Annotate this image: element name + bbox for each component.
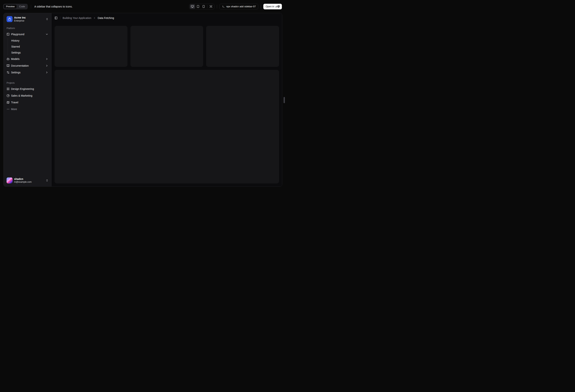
- placeholder-card: [206, 26, 279, 67]
- chevron-right-wrap: [93, 17, 96, 19]
- toolbar-separator: [217, 5, 217, 8]
- square-terminal-icon: [7, 33, 10, 36]
- menu-item-label: Playground: [11, 33, 44, 36]
- sidebar-subitem-settings[interactable]: Settings: [10, 50, 50, 55]
- tablet-icon: [197, 5, 199, 8]
- sidebar-subitem-starred[interactable]: Starred: [10, 44, 50, 49]
- viewport-size-toggle-group: [189, 4, 215, 9]
- preview-frame: Acme Inc Enterprise PlatformPlaygroundHi…: [3, 13, 282, 187]
- placeholder-card: [54, 26, 127, 67]
- chevron-right-icon: [45, 64, 48, 67]
- sidebar-item-sales-marketing[interactable]: Sales & Marketing: [5, 93, 50, 99]
- sidebar-menu: PlaygroundHistoryStarredSettingsModelsDo…: [5, 31, 50, 75]
- breadcrumb-current: Data Fetching: [98, 17, 114, 20]
- map-icon: [7, 101, 10, 104]
- user-menu-button[interactable]: shadcn m@example.com: [5, 176, 50, 185]
- install-command-text: npx shadcn add sidebar-07: [226, 5, 256, 8]
- team-name: Acme Inc: [14, 16, 44, 20]
- menu-item-icon-wrap: [7, 71, 10, 74]
- chevron-right-icon: [45, 71, 48, 74]
- gallery-vertical-end-icon: [8, 18, 11, 21]
- breadcrumb-parent[interactable]: Building Your Application: [63, 17, 91, 20]
- book-open-icon: [7, 64, 10, 67]
- menu-item-label: Documentation: [11, 64, 44, 67]
- sidebar-item-documentation[interactable]: Documentation: [5, 63, 50, 69]
- block-description: A sidebar that collapses to icons.: [34, 5, 72, 8]
- placeholder-panel: [54, 70, 279, 183]
- team-plan: Enterprise: [14, 20, 44, 22]
- chevron-right-wrap: [45, 71, 48, 74]
- sidebar-item-playground[interactable]: Playground: [5, 31, 50, 37]
- app-sidebar: Acme Inc Enterprise PlatformPlaygroundHi…: [3, 13, 51, 186]
- menu-item-icon-wrap: [7, 64, 10, 67]
- device-desktop-button[interactable]: [190, 4, 195, 9]
- chevron-right-wrap: [45, 64, 48, 67]
- menu-item-icon-wrap: [7, 94, 10, 97]
- ellipsis-icon: [7, 108, 10, 111]
- sidebar-subitem-history[interactable]: History: [10, 38, 50, 43]
- sidebar-submenu: HistoryStarredSettings: [8, 38, 50, 55]
- sidebar-item-more[interactable]: More: [5, 106, 50, 112]
- sidebar-group-label: Platform: [5, 25, 50, 31]
- sidebar-group-label: Projects: [5, 80, 50, 86]
- placeholder-card-row: [54, 26, 279, 67]
- panel-left-icon: [54, 17, 58, 20]
- chevron-right-icon: [93, 17, 96, 19]
- user-avatar: [7, 177, 13, 183]
- code-tab[interactable]: Code: [17, 4, 27, 9]
- view-mode-toggle: Preview Code: [3, 4, 28, 9]
- install-command-button[interactable]: npx shadcn add sidebar-07: [219, 4, 259, 9]
- chevrons-up-down-wrap: [46, 179, 48, 182]
- settings-2-icon: [7, 71, 10, 74]
- chevron-down-icon: [45, 33, 48, 36]
- preview-tab[interactable]: Preview: [4, 4, 17, 9]
- sidebar-item-travel[interactable]: Travel: [5, 99, 50, 105]
- smartphone-icon: [202, 5, 205, 8]
- toolbar-separator: [31, 5, 31, 8]
- sidebar-item-models[interactable]: Models: [5, 56, 50, 62]
- preview-resize-handle[interactable]: [284, 97, 285, 103]
- menu-item-icon-wrap: [7, 101, 10, 104]
- device-tablet-button[interactable]: [195, 4, 201, 9]
- sidebar-toggle-button[interactable]: [53, 15, 59, 21]
- v0-logo-icon: [276, 5, 280, 7]
- sidebar-footer: shadcn m@example.com: [5, 176, 50, 185]
- chevron-right-icon: [45, 58, 48, 61]
- open-in-v0-button[interactable]: Open in: [263, 4, 282, 9]
- sidebar-item-design-engineering[interactable]: Design Engineering: [5, 86, 50, 92]
- terminal-icon: [222, 5, 225, 8]
- chart-pie-icon: [7, 94, 10, 97]
- menu-item-icon-wrap: [7, 33, 10, 36]
- main-area: Building Your Application Data Fetching: [51, 13, 282, 186]
- menu-item-label: More: [11, 108, 48, 111]
- chevron-right-wrap: [45, 58, 48, 61]
- breadcrumb: Building Your Application Data Fetching: [63, 17, 114, 20]
- team-switcher[interactable]: Acme Inc Enterprise: [5, 15, 50, 24]
- chevron-down-wrap: [45, 33, 48, 36]
- menu-item-label: Sales & Marketing: [11, 94, 48, 97]
- menu-item-icon-wrap: [7, 87, 10, 90]
- header-separator: [60, 17, 60, 20]
- user-info: shadcn m@example.com: [14, 177, 44, 184]
- toolbar: Preview Code A sidebar that collapses to…: [0, 0, 288, 13]
- menu-item-icon-wrap: [7, 108, 10, 111]
- monitor-icon: [191, 5, 194, 8]
- sidebar-group-projects: ProjectsDesign EngineeringSales & Market…: [5, 80, 50, 112]
- chevrons-up-down-wrap: [46, 18, 48, 21]
- v0-logo-wrap: [276, 5, 280, 7]
- menu-item-label: Design Engineering: [11, 87, 48, 90]
- sidebar-item-settings[interactable]: Settings: [5, 69, 50, 75]
- chevrons-up-down-icon: [46, 18, 48, 21]
- menu-item-label: Settings: [11, 71, 44, 74]
- placeholder-card: [130, 26, 203, 67]
- team-info: Acme Inc Enterprise: [14, 16, 44, 22]
- open-in-label: Open in: [265, 5, 274, 8]
- fullscreen-button[interactable]: [208, 4, 214, 9]
- sidebar-menu: Design EngineeringSales & MarketingTrave…: [5, 86, 50, 112]
- main-header: Building Your Application Data Fetching: [51, 13, 282, 23]
- toggle-group-separator: [207, 5, 208, 8]
- sidebar-group-platform: PlatformPlaygroundHistoryStarredSettings…: [5, 25, 50, 75]
- device-mobile-button[interactable]: [201, 4, 206, 9]
- menu-item-label: Travel: [11, 101, 48, 104]
- user-email: m@example.com: [14, 181, 44, 183]
